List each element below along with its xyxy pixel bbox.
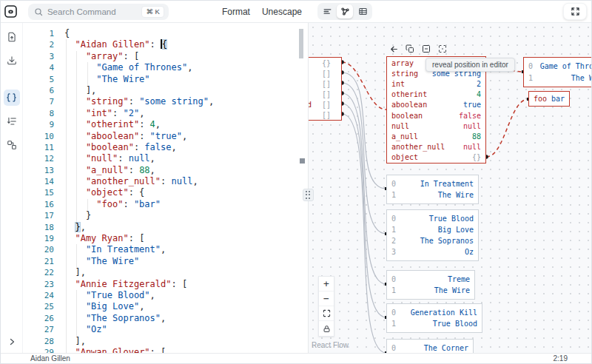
editor-line[interactable]: 14"another_null": null,: [23, 176, 308, 187]
search-input[interactable]: [47, 7, 142, 16]
code-text: "another_null": null,: [64, 176, 198, 187]
focus-icon[interactable]: [437, 44, 448, 54]
editor-line[interactable]: 12"null": null,: [23, 153, 308, 164]
node-row[interactable]: nullnull: [387, 121, 485, 131]
node-row: {}: [308, 58, 341, 68]
lock-button[interactable]: [319, 321, 334, 336]
download-button[interactable]: [4, 53, 20, 69]
status-json-path[interactable]: Aidan Gillen: [30, 354, 70, 363]
editor-line[interactable]: 2"Aidan Gillen": {: [23, 39, 308, 50]
leaf-node[interactable]: foobar: [528, 91, 570, 107]
unescape-button[interactable]: Unescape: [256, 4, 308, 20]
editor-line[interactable]: 21"The Wire": [23, 256, 308, 267]
copy-icon[interactable]: [405, 44, 415, 54]
editor-line[interactable]: 29"Anwan Glover": [: [23, 347, 308, 353]
fit-view-button[interactable]: [319, 306, 334, 321]
line-number: 17: [23, 210, 56, 221]
editor-line[interactable]: 23"Annie Fitzgerald": [: [23, 279, 308, 290]
node-row: 1The Wire: [387, 285, 474, 296]
editor-line[interactable]: 18},: [23, 222, 308, 233]
editor-line[interactable]: 15"object": {: [23, 187, 308, 198]
editor-line[interactable]: 22],: [23, 267, 308, 278]
node-row[interactable]: otherint4: [387, 90, 485, 100]
object-detail-node[interactable]: array[]stringsome stringint2otherint4abo…: [386, 56, 486, 164]
root-object-node[interactable]: {}[][][]rd[][]: [308, 57, 342, 121]
editor-line[interactable]: 24"True Blood",: [23, 290, 308, 301]
nodes-tool-button[interactable]: [4, 137, 20, 153]
code-text: "object": {: [64, 187, 144, 198]
status-cursor-position: 2:19: [554, 354, 568, 363]
editor-line[interactable]: 20"In Treatment",: [23, 244, 308, 255]
code-text: ],: [64, 336, 86, 347]
editor-scrollbar[interactable]: [299, 29, 303, 58]
format-button[interactable]: Format: [216, 4, 256, 20]
node-row: 1The Wire: [524, 73, 591, 84]
line-number: 21: [23, 256, 56, 267]
line-number: 15: [23, 187, 56, 198]
collapse-icon[interactable]: [421, 44, 431, 54]
editor-line[interactable]: 8"int": "2",: [23, 108, 308, 119]
editor-line[interactable]: 7"string": "some string",: [23, 96, 308, 107]
code-text: "The Wire": [64, 74, 150, 85]
code-editor[interactable]: 1{2"Aidan Gillen": {3"array": [4"Game of…: [23, 23, 308, 353]
editor-line[interactable]: 17}: [23, 210, 308, 221]
editor-line[interactable]: 16"foo": "bar": [23, 199, 308, 210]
tab-text-view[interactable]: [319, 4, 335, 18]
editor-line[interactable]: 26"The Sopranos",: [23, 313, 308, 324]
editor-line[interactable]: 19"Amy Ryan": [: [23, 233, 308, 244]
code-text: "foo": "bar": [64, 199, 161, 210]
reactflow-attribution[interactable]: React Flow: [312, 341, 349, 349]
editor-line[interactable]: 5"The Wire": [23, 74, 308, 85]
filter-tool-button[interactable]: [4, 113, 20, 129]
tab-graph-view[interactable]: [337, 4, 353, 18]
json-editor-tool-button[interactable]: [4, 90, 20, 106]
editor-line[interactable]: 9"otherint": 4,: [23, 119, 308, 130]
zoom-in-button[interactable]: +: [319, 277, 334, 291]
header-left: ⌘ K Format Unescape: [1, 4, 308, 20]
editor-line[interactable]: 13"a_null": 88,: [23, 165, 308, 176]
editor-line[interactable]: 6],: [23, 85, 308, 96]
sidebar-collapse-button[interactable]: [4, 334, 20, 350]
editor-line[interactable]: 27"Oz": [23, 324, 308, 335]
editor-line[interactable]: 10"aboolean": "true",: [23, 131, 308, 142]
braces-icon: [6, 92, 17, 104]
array-node[interactable]: 0The Corner: [386, 339, 474, 353]
code-text: "Amy Ryan": [: [64, 233, 144, 244]
node-row: []: [308, 89, 341, 99]
editor-line[interactable]: 4"Game of Thrones",: [23, 62, 308, 73]
editor-line[interactable]: 1{: [23, 28, 308, 39]
tab-table-view[interactable]: [354, 4, 371, 18]
node-row[interactable]: abooleantrue: [387, 100, 485, 110]
editor-line[interactable]: 25"Big Love",: [23, 301, 308, 312]
node-row[interactable]: a_null88: [387, 131, 485, 141]
array-node[interactable]: 0True Blood1Big Love2The Sopranos3Oz: [386, 209, 479, 261]
search-shortcut-chip: ⌘ K: [141, 6, 164, 18]
editor-line[interactable]: 3"array": [: [23, 51, 308, 62]
line-number: 14: [23, 176, 56, 187]
graph-panel[interactable]: {}[][][]rd[][]array[]stringsome stringin…: [308, 23, 591, 353]
fit-view-icon: [323, 309, 331, 317]
array-node[interactable]: 0Game of Thrones1The Wire: [523, 57, 591, 87]
array-node[interactable]: 0Treme1The Wire: [386, 270, 475, 300]
array-node[interactable]: 0In Treatment1The Wire: [386, 175, 479, 204]
node-row: []: [308, 109, 341, 120]
line-number: 23: [23, 279, 56, 290]
command-search[interactable]: ⌘ K: [28, 4, 169, 20]
node-row[interactable]: another_nullnull: [387, 142, 485, 152]
node-row[interactable]: int2: [387, 78, 485, 89]
node-row[interactable]: object{}: [387, 152, 485, 163]
zoom-out-button[interactable]: −: [319, 291, 334, 306]
node-row[interactable]: booleanfalse: [387, 110, 485, 121]
line-number: 2: [23, 39, 56, 50]
back-arrow-icon[interactable]: [388, 44, 399, 54]
app-logo-icon[interactable]: [1, 4, 21, 18]
table-view-icon: [358, 7, 368, 16]
editor-line[interactable]: 28],: [23, 336, 308, 347]
file-upload-icon: [7, 32, 17, 42]
array-node[interactable]: 0Generation Kill1True Blood: [386, 303, 482, 333]
line-number: 25: [23, 301, 56, 312]
editor-line[interactable]: 11"boolean": false,: [23, 142, 308, 153]
fullscreen-button[interactable]: [563, 3, 587, 20]
file-upload-button[interactable]: [4, 29, 20, 45]
panel-resize-handle[interactable]: [303, 189, 314, 201]
